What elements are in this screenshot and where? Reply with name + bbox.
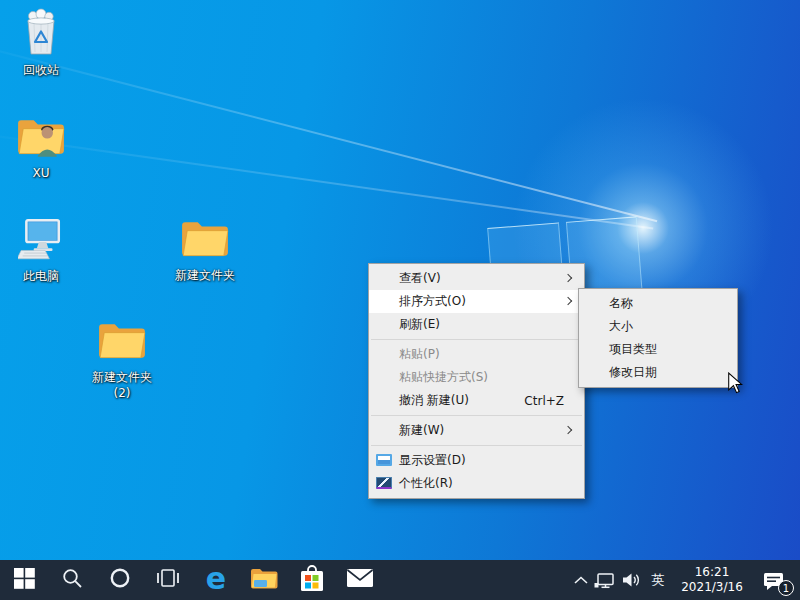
submenu-item-size[interactable]: 大小: [579, 315, 737, 338]
task-view-button[interactable]: [144, 560, 192, 600]
this-pc-icon: [18, 218, 64, 266]
input-language-indicator[interactable]: 英: [644, 560, 672, 600]
menu-item-label: 项目类型: [609, 341, 657, 358]
network-button[interactable]: [592, 560, 618, 600]
menu-item-paste-shortcut: 粘贴快捷方式(S): [369, 366, 584, 389]
menu-item-label: 排序方式(O): [399, 293, 466, 310]
submenu-item-date-modified[interactable]: 修改日期: [579, 361, 737, 384]
desktop-icon-label: XU: [32, 166, 49, 182]
sort-by-submenu: 名称 大小 项目类型 修改日期: [578, 288, 738, 388]
edge-button[interactable]: e: [192, 560, 240, 600]
light-beam: [0, 130, 653, 229]
desktop-icon-label: 此电脑: [23, 269, 59, 285]
search-icon: [62, 568, 83, 593]
desktop-context-menu: 查看(V) 排序方式(O) 刷新(E) 粘贴(P) 粘贴快捷方式(S) 撤消 新…: [368, 263, 585, 499]
menu-item-new[interactable]: 新建(W): [369, 419, 584, 442]
menu-item-label: 修改日期: [609, 364, 657, 381]
desktop-icon-label: 新建文件夹: [92, 370, 152, 386]
mail-icon: [346, 568, 374, 592]
cortana-button[interactable]: [96, 560, 144, 600]
desktop-icon-this-pc[interactable]: 此电脑: [0, 218, 82, 285]
menu-item-view[interactable]: 查看(V): [369, 267, 584, 290]
menu-item-undo-new[interactable]: 撤消 新建(U) Ctrl+Z: [369, 389, 584, 412]
menu-item-label: 粘贴快捷方式(S): [399, 369, 488, 386]
menu-item-label: 个性化(R): [399, 475, 453, 492]
search-button[interactable]: [48, 560, 96, 600]
desktop-icon-label: 回收站: [23, 63, 59, 79]
edge-icon: e: [206, 564, 226, 594]
desktop-icon-recycle-bin[interactable]: 回收站: [0, 8, 82, 79]
user-folder-icon: [16, 115, 66, 163]
screen: 回收站 XU: [0, 0, 800, 600]
chevron-right-icon: [564, 297, 572, 305]
desktop-icon-new-folder[interactable]: 新建文件夹: [164, 217, 246, 284]
desktop-icon-xu[interactable]: XU: [0, 115, 82, 182]
menu-item-display-settings[interactable]: 显示设置(D): [369, 449, 584, 472]
tray-time: 16:21: [681, 565, 743, 580]
folder-icon: [97, 319, 147, 367]
menu-item-label: 新建(W): [399, 422, 444, 439]
desktop-icon-new-folder-2[interactable]: 新建文件夹 (2): [81, 319, 163, 401]
menu-item-label: 粘贴(P): [399, 346, 440, 363]
taskbar-buttons: e: [0, 560, 384, 600]
recycle-bin-icon: [18, 8, 64, 60]
desktop-icon-label-line2: (2): [114, 386, 131, 402]
chevron-right-icon: [564, 274, 572, 282]
menu-item-label: 显示设置(D): [399, 452, 466, 469]
menu-item-label: 撤消 新建(U): [399, 392, 469, 409]
chevron-up-icon: [574, 576, 588, 585]
menu-item-shortcut: Ctrl+Z: [524, 394, 564, 408]
chevron-right-icon: [564, 426, 572, 434]
taskbar: e: [0, 560, 800, 600]
menu-separator: [371, 445, 582, 446]
desktop-icon-label: 新建文件夹: [175, 268, 235, 284]
mail-button[interactable]: [336, 560, 384, 600]
menu-item-label: 大小: [609, 318, 633, 335]
menu-item-sort-by[interactable]: 排序方式(O): [369, 290, 584, 313]
volume-icon: [621, 572, 641, 588]
folder-icon: [180, 217, 230, 265]
menu-item-label: 名称: [609, 295, 633, 312]
file-explorer-icon: [250, 567, 278, 593]
menu-separator: [371, 339, 582, 340]
menu-item-refresh[interactable]: 刷新(E): [369, 313, 584, 336]
tray-date: 2021/3/16: [681, 580, 743, 595]
show-hidden-icons-button[interactable]: [570, 560, 592, 600]
system-tray: 英 16:21 2021/3/16 1: [570, 560, 800, 600]
menu-item-label: 查看(V): [399, 270, 441, 287]
mouse-cursor: [727, 372, 743, 398]
cortana-circle-icon: [109, 567, 131, 593]
light-beam: [0, 40, 657, 222]
submenu-item-item-type[interactable]: 项目类型: [579, 338, 737, 361]
menu-separator: [371, 415, 582, 416]
store-button[interactable]: [288, 560, 336, 600]
submenu-item-name[interactable]: 名称: [579, 292, 737, 315]
volume-button[interactable]: [618, 560, 644, 600]
personalization-icon: [376, 477, 392, 489]
windows-logo-icon: [14, 568, 35, 593]
file-explorer-button[interactable]: [240, 560, 288, 600]
task-view-icon: [156, 567, 180, 593]
store-icon: [299, 563, 325, 597]
network-icon: [594, 572, 616, 589]
clock[interactable]: 16:21 2021/3/16: [672, 560, 752, 600]
menu-item-label: 刷新(E): [399, 316, 440, 333]
menu-item-personalize[interactable]: 个性化(R): [369, 472, 584, 495]
notification-badge: 1: [778, 580, 794, 596]
menu-item-paste: 粘贴(P): [369, 343, 584, 366]
start-button[interactable]: [0, 560, 48, 600]
display-settings-icon: [376, 454, 392, 466]
action-center-button[interactable]: 1: [752, 560, 796, 600]
